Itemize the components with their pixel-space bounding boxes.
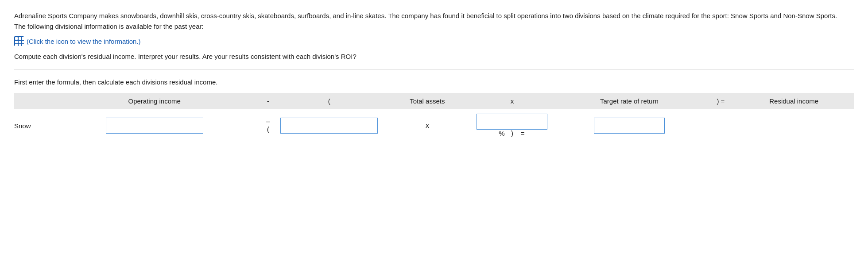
formula-table: Operating income - ( Total assets x Targ… (14, 93, 854, 142)
header-open-paren: ( (277, 93, 381, 109)
open-paren: ( (264, 126, 272, 133)
times-operator: x (423, 122, 432, 129)
equals-sign: = (518, 130, 527, 137)
residual-income-cell (551, 109, 707, 142)
formula-instruction: First enter the formula, then calculate … (14, 78, 854, 86)
row-label-snow: Snow (14, 109, 50, 142)
table-icon[interactable] (14, 36, 24, 46)
header-minus: - (259, 93, 277, 109)
percent-sign: % (497, 130, 506, 137)
intro-paragraph: Adrenaline Sports Company makes snowboar… (14, 11, 847, 32)
close-paren: ) (508, 130, 516, 137)
table-header-row: Operating income - ( Total assets x Targ… (14, 93, 854, 109)
total-assets-cell (277, 109, 381, 142)
target-rate-cell: % ) = (473, 109, 551, 142)
header-operating-income: Operating income (50, 93, 259, 109)
table-row: Snow – ( x % ) = (14, 109, 854, 142)
target-rate-input[interactable] (477, 114, 547, 130)
total-assets-input[interactable] (280, 118, 378, 134)
operating-income-cell (50, 109, 259, 142)
residual-income-input[interactable] (594, 118, 665, 134)
section-divider (14, 69, 854, 69)
question-text: Compute each division's residual income.… (14, 51, 847, 62)
header-target-rate: Target rate of return (551, 93, 707, 109)
minus-operator: – (264, 118, 273, 125)
header-blank (14, 93, 50, 109)
header-residual-income: Residual income (734, 93, 854, 109)
click-icon-row[interactable]: (Click the icon to view the information.… (14, 36, 854, 46)
times-operator-cell: x (381, 109, 473, 142)
header-close-eq: ) = (707, 93, 734, 109)
header-total-assets: Total assets (381, 93, 473, 109)
click-link[interactable]: (Click the icon to view the information.… (27, 38, 141, 45)
operating-income-input[interactable] (106, 118, 203, 134)
header-times: x (473, 93, 551, 109)
minus-operator-cell: – ( (259, 109, 277, 142)
